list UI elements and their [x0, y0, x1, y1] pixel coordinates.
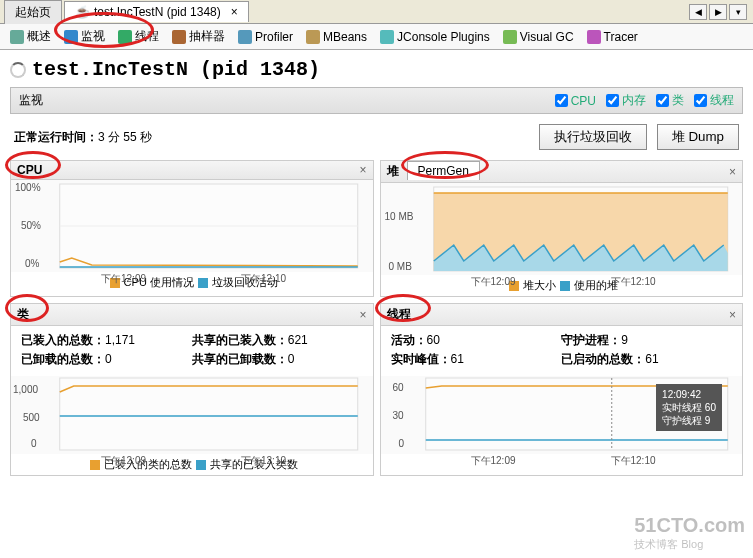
legend: CPU 使用情况垃圾回收活动 [11, 272, 373, 293]
chart-heap: 堆PermGen× 10 MB 0 MB 下午12:09 下午12:10 堆大小… [380, 160, 744, 297]
toolbar-profiler[interactable]: Profiler [232, 26, 300, 48]
jconsole-icon [380, 30, 394, 44]
close-icon[interactable]: × [359, 308, 366, 322]
profiler-icon [238, 30, 252, 44]
uptime-value: 3 分 55 秒 [98, 130, 152, 144]
overview-icon [10, 30, 24, 44]
tab-app[interactable]: ☕ test.IncTestN (pid 1348) × [64, 1, 249, 22]
monitor-icon [64, 30, 78, 44]
spinner-icon [10, 62, 26, 78]
nav-prev-button[interactable]: ◀ [689, 4, 707, 20]
check-classes[interactable]: 类 [656, 92, 684, 109]
chart-title: CPU [17, 163, 42, 177]
toolbar-mbeans[interactable]: MBeans [300, 26, 374, 48]
tracer-icon [587, 30, 601, 44]
check-threads[interactable]: 线程 [694, 92, 734, 109]
sampler-icon [172, 30, 186, 44]
chart-title: 线程 [387, 306, 411, 323]
visualgc-icon [503, 30, 517, 44]
toolbar-threads[interactable]: 线程 [112, 24, 166, 49]
tab-permgen[interactable]: PermGen [407, 161, 480, 180]
chart-cpu: CPU× 100% 50% 0% 下午12:09 下午12:10 CPU 使用情… [10, 160, 374, 297]
legend: 已装入的类的总数共享的已装入类数 [11, 454, 373, 475]
nav-next-button[interactable]: ▶ [709, 4, 727, 20]
panel-label: 监视 [19, 92, 43, 109]
mbeans-icon [306, 30, 320, 44]
tab-label: test.IncTestN (pid 1348) [94, 5, 221, 19]
nav-menu-button[interactable]: ▾ [729, 4, 747, 20]
close-icon[interactable]: × [729, 308, 736, 322]
gc-button[interactable]: 执行垃圾回收 [539, 124, 647, 150]
svg-rect-3 [60, 378, 358, 450]
tooltip: 12:09:42实时线程 60守护线程 9 [656, 384, 722, 431]
check-mem[interactable]: 内存 [606, 92, 646, 109]
page-title: test.IncTestN (pid 1348) [32, 58, 320, 81]
toolbar-jconsole[interactable]: JConsole Plugins [374, 26, 497, 48]
check-cpu[interactable]: CPU [555, 92, 596, 109]
uptime-label: 正常运行时间： [14, 130, 98, 144]
chart-threads: 线程× 活动：60实时峰值：61 守护进程：9已启动的总数：61 60 30 0… [380, 303, 744, 476]
close-icon[interactable]: × [359, 163, 366, 177]
toolbar-monitor[interactable]: 监视 [58, 24, 112, 49]
toolbar-overview[interactable]: 概述 [4, 24, 58, 49]
watermark: 51CTO.com技术博客 Blog [634, 514, 745, 552]
chart-title: 堆 [387, 164, 399, 178]
toolbar-visualgc[interactable]: Visual GC [497, 26, 581, 48]
tab-start[interactable]: 起始页 [4, 0, 62, 24]
toolbar-sampler[interactable]: 抽样器 [166, 24, 232, 49]
heapdump-button[interactable]: 堆 Dump [657, 124, 739, 150]
chart-classes: 类× 已装入的总数：1,171已卸载的总数：0 共享的已装入数：621共享的已卸… [10, 303, 374, 476]
java-icon: ☕ [75, 5, 90, 19]
tab-label: 起始页 [15, 4, 51, 21]
legend: 堆大小使用的堆 [381, 275, 743, 296]
chart-title: 类 [17, 306, 29, 323]
threads-icon [118, 30, 132, 44]
close-icon[interactable]: × [729, 165, 736, 179]
close-icon[interactable]: × [231, 5, 238, 19]
toolbar-tracer[interactable]: Tracer [581, 26, 645, 48]
